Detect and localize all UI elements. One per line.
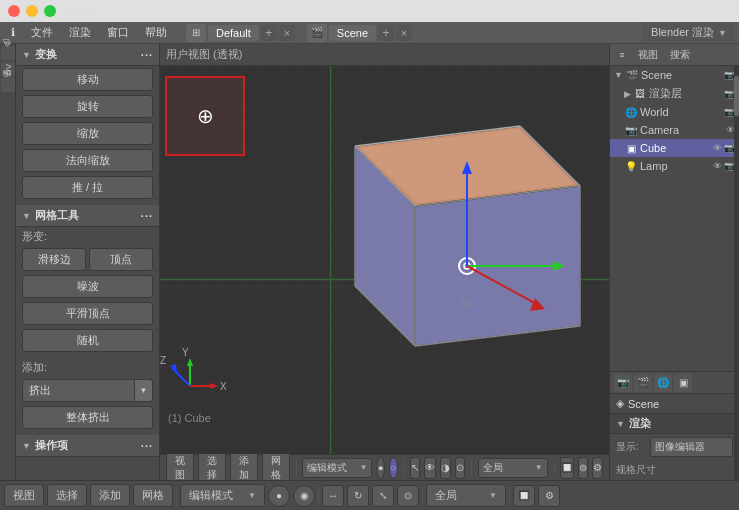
bottom-divider1 xyxy=(176,487,177,505)
snap-button[interactable]: 🔲 xyxy=(560,457,574,479)
outliner-item-lamp[interactable]: 💡 Lamp 👁 📷 xyxy=(610,157,739,175)
viewport-header: 用户视图 (透视) xyxy=(160,44,609,66)
push-pull-button[interactable]: 推 / 拉 xyxy=(22,176,153,199)
bottom-select-button[interactable]: 选择 xyxy=(47,484,87,507)
add-scene-button[interactable]: + xyxy=(378,25,394,41)
object-mode-button[interactable]: ○ xyxy=(389,457,398,479)
mode-dropdown[interactable]: 编辑模式 ▼ xyxy=(302,458,372,478)
renderlayer-icon: 🖼 xyxy=(633,87,647,101)
scale-normal-button[interactable]: 法向缩放 xyxy=(22,149,153,172)
outliner-item-world[interactable]: 🌐 World 📷 xyxy=(610,103,739,121)
props-tabs-row: 📷 🎬 🌐 ▣ xyxy=(610,372,739,394)
scene-props-label: Scene xyxy=(628,398,659,410)
vertex-button[interactable]: 顶点 xyxy=(89,248,153,271)
viewport-header-label: 用户视图 (透视) xyxy=(166,47,242,62)
move-button[interactable]: 移动 xyxy=(22,68,153,91)
workspace-tab-default[interactable]: Default xyxy=(208,25,259,41)
pivot-icon-button[interactable]: ⊙ xyxy=(455,457,465,479)
select-tab-button[interactable]: 选择 xyxy=(198,451,226,481)
sphere-mode-button[interactable]: ● xyxy=(376,457,385,479)
scale-icon-btn[interactable]: ⤡ xyxy=(372,485,394,507)
extrude-dropdown-arrow: ▼ xyxy=(140,386,148,395)
scale-button[interactable]: 缩放 xyxy=(22,122,153,145)
edit-mode-arrow: ▼ xyxy=(248,491,256,500)
display-label: 显示: xyxy=(616,440,646,454)
extrude-all-button[interactable]: 整体挤出 xyxy=(22,406,153,429)
view-tab-button[interactable]: 视图 xyxy=(166,451,194,481)
bottom-mesh-button[interactable]: 网格 xyxy=(133,484,173,507)
circle-mode-btn2[interactable]: ◉ xyxy=(293,485,315,507)
view-icon-button[interactable]: 👁 xyxy=(424,457,436,479)
mesh-tools-section-header[interactable]: ▼ 网格工具 ··· xyxy=(16,205,159,227)
props-tab-world[interactable]: 🌐 xyxy=(654,374,672,392)
ops-label: 操作项 xyxy=(35,438,68,453)
outliner-item-camera[interactable]: 📷 Camera 👁 xyxy=(610,121,739,139)
outliner-item-cube[interactable]: ▣ Cube 👁 📷 xyxy=(610,139,739,157)
renderlayer-expand-arrow: ▶ xyxy=(624,89,631,99)
menu-help[interactable]: 帮助 xyxy=(138,23,174,42)
render-section-label: 渲染 xyxy=(629,416,651,431)
menu-info[interactable]: ℹ xyxy=(4,24,22,41)
extrude-button[interactable]: 挤出 xyxy=(22,379,135,402)
lamp-vis-icon: 👁 xyxy=(713,161,722,171)
outliner-item-scene[interactable]: ▼ 🎬 Scene 📷 xyxy=(610,66,739,84)
random-button[interactable]: 随机 xyxy=(22,329,153,352)
left-tab-edit[interactable]: 编 xyxy=(1,78,15,92)
add-tab-button[interactable]: 添加 xyxy=(230,451,258,481)
render-engine-dropdown[interactable]: Blender 渲染 ▼ xyxy=(643,23,735,42)
transform-triangle: ▼ xyxy=(22,50,31,60)
rotate-button[interactable]: 旋转 xyxy=(22,95,153,118)
slide-edge-button[interactable]: 滑移边 xyxy=(22,248,86,271)
outliner-item-renderlayer[interactable]: ▶ 🖼 渲染层 📷 xyxy=(610,84,739,103)
global-select[interactable]: 全局 ▼ xyxy=(426,484,506,507)
scene-icon-o: 🎬 xyxy=(625,68,639,82)
menu-file[interactable]: 文件 xyxy=(24,23,60,42)
mesh-tab-button[interactable]: 网格 xyxy=(262,451,290,481)
props-tab-scene[interactable]: 🎬 xyxy=(634,374,652,392)
left-tab-uv[interactable]: UV xyxy=(1,62,15,76)
shading-icon-button[interactable]: ◑ xyxy=(440,457,451,479)
global-dropdown[interactable]: 全局 ▼ xyxy=(478,458,548,478)
smooth-vertex-button[interactable]: 平滑顶点 xyxy=(22,302,153,325)
left-tab-color[interactable]: 色 xyxy=(1,46,15,60)
rotate-icon-btn[interactable]: ↻ xyxy=(347,485,369,507)
snap-icon-btn[interactable]: 🔲 xyxy=(513,485,535,507)
transform-section-header[interactable]: ▼ 变换 ··· xyxy=(16,44,159,66)
world-icon: 🌐 xyxy=(624,105,638,119)
menu-render[interactable]: 渲染 xyxy=(62,23,98,42)
ops-section-header[interactable]: ▼ 操作项 ··· xyxy=(16,435,159,457)
props-tab-render[interactable]: 📷 xyxy=(614,374,632,392)
display-row: 显示: 图像编辑器 xyxy=(610,434,739,460)
render-section-row: ▼ 渲染 xyxy=(616,416,733,431)
cursor-icon-button[interactable]: ↖ xyxy=(410,457,420,479)
search-tab[interactable]: 搜索 xyxy=(666,46,694,64)
settings-button[interactable]: ⚙ xyxy=(592,457,603,479)
mode-dropdown-arrow: ▼ xyxy=(359,463,367,472)
mesh-tools-label: 网格工具 xyxy=(35,208,79,223)
transform-icon-btn[interactable]: ↔ xyxy=(322,485,344,507)
viewport-canvas[interactable]: X Y Z ⊕ (1) Cube xyxy=(160,66,609,454)
bottom-view-button[interactable]: 视图 xyxy=(4,484,44,507)
menu-window[interactable]: 窗口 xyxy=(100,23,136,42)
extrude-dropdown-button[interactable]: ▼ xyxy=(135,379,153,402)
bottombar: 视图 选择 添加 网格 编辑模式 ▼ ● ◉ ↔ ↻ ⤡ ⊙ 全局 ▼ 🔲 ⚙ xyxy=(0,480,739,510)
close-button[interactable] xyxy=(8,5,20,17)
pivot-icon-btn[interactable]: ⊙ xyxy=(397,485,419,507)
circle-mode-btn1[interactable]: ● xyxy=(268,485,290,507)
edit-mode-select[interactable]: 编辑模式 ▼ xyxy=(180,484,265,507)
maximize-button[interactable] xyxy=(44,5,56,17)
scene-tab[interactable]: Scene xyxy=(329,25,376,41)
minimize-button[interactable] xyxy=(26,5,38,17)
props-tab-object[interactable]: ▣ xyxy=(674,374,692,392)
close-scene-button[interactable]: × xyxy=(396,25,412,41)
noise-button[interactable]: 噪波 xyxy=(22,275,153,298)
lamp-icon: 💡 xyxy=(624,159,638,173)
add-workspace-button[interactable]: + xyxy=(261,25,277,41)
display-value[interactable]: 图像编辑器 xyxy=(650,437,733,457)
proportional-button[interactable]: ⊚ xyxy=(578,457,588,479)
bottom-add-button[interactable]: 添加 xyxy=(90,484,130,507)
view-tab[interactable]: 视图 xyxy=(634,46,662,64)
settings-icon-btn[interactable]: ⚙ xyxy=(538,485,560,507)
bottom-divider4 xyxy=(509,487,510,505)
close-workspace-button[interactable]: × xyxy=(279,25,295,41)
